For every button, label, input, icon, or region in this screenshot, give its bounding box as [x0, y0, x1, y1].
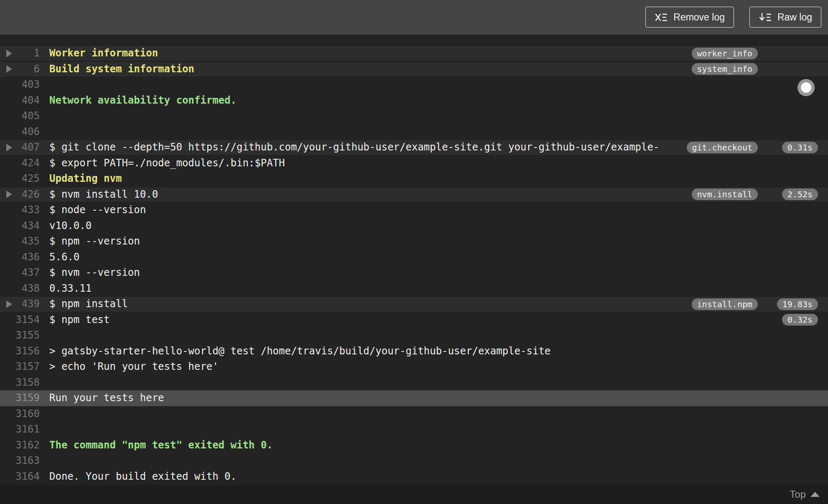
line-number[interactable]: 438	[0, 281, 40, 297]
log-row: 434 v10.0.0	[0, 218, 828, 234]
line-text: $ nvm install 10.0	[49, 187, 158, 203]
remove-log-label: Remove log	[673, 12, 725, 23]
line-text: Build system information	[49, 61, 194, 77]
line-number[interactable]: 3154	[0, 312, 40, 328]
line-number[interactable]: 3161	[0, 422, 40, 438]
log-row: 3156 > gatsby-starter-hello-world@ test …	[0, 344, 828, 359]
raw-log-label: Raw log	[777, 12, 812, 23]
log-row: 3161	[0, 422, 828, 438]
line-number[interactable]: 3159	[0, 390, 40, 406]
line-number[interactable]: 3163	[0, 453, 40, 469]
line-text: $ node --version	[49, 202, 146, 218]
line-number[interactable]: 3160	[0, 406, 40, 422]
log-row: 438 0.33.11	[0, 281, 828, 297]
line-number[interactable]: 3155	[0, 328, 40, 344]
line-text: $ npm test	[49, 312, 110, 328]
line-number[interactable]: 403	[0, 77, 40, 93]
line-number[interactable]: 1	[0, 46, 40, 61]
line-text: 0.33.11	[49, 281, 92, 297]
tag-badge: git.checkout	[687, 142, 758, 153]
log-row: 405	[0, 108, 828, 124]
log-row: 3154 $ npm test 0.32s	[0, 312, 828, 328]
log-row: 439 $ npm install install.npm 19.83s	[0, 296, 828, 312]
line-text: $ export PATH=./node_modules/.bin:$PATH	[49, 155, 285, 171]
chevron-up-icon	[810, 492, 820, 497]
log-footer: Top	[0, 485, 828, 504]
line-text: $ git clone --depth=50 https://github.co…	[49, 140, 659, 155]
line-number[interactable]: 3156	[0, 344, 40, 359]
log-row: 404 Network availability confirmed.	[0, 93, 828, 109]
log-row: 436 5.6.0	[0, 249, 828, 265]
log-row: 437 $ nvm --version	[0, 265, 828, 281]
log-row: 3164 Done. Your build exited with 0.	[0, 469, 828, 485]
log-row: 426 $ nvm install 10.0 nvm.install 2.52s	[0, 187, 828, 203]
log-row: 3159 Run your tests here	[0, 390, 828, 406]
line-text: Network availability confirmed.	[49, 93, 237, 109]
line-number[interactable]: 6	[0, 61, 40, 77]
log-row: 425 Updating nvm	[0, 171, 828, 187]
line-text: The command "npm test" exited with 0.	[49, 438, 273, 453]
tag-badge: worker_info	[692, 48, 758, 59]
line-text: > echo 'Run your tests here'	[49, 359, 219, 375]
duration-badge: 2.52s	[782, 188, 818, 200]
remove-log-button[interactable]: Remove log	[645, 7, 734, 28]
line-number[interactable]: 3162	[0, 438, 40, 453]
line-text: $ npm install	[49, 296, 128, 312]
log-row: 3160	[0, 406, 828, 422]
log-row: 3162 The command "npm test" exited with …	[0, 438, 828, 453]
line-text: v10.0.0	[49, 218, 92, 234]
raw-log-icon	[759, 12, 772, 23]
line-number[interactable]: 436	[0, 249, 40, 265]
log-row: 3157 > echo 'Run your tests here'	[0, 359, 828, 375]
line-text: $ nvm --version	[49, 265, 140, 281]
line-number[interactable]: 437	[0, 265, 40, 281]
tag-badge: nvm.install	[692, 188, 758, 200]
duration-badge: 0.31s	[782, 142, 818, 153]
top-label: Top	[790, 489, 806, 500]
line-number[interactable]: 404	[0, 93, 40, 109]
line-number[interactable]: 405	[0, 108, 40, 124]
log-row: 433 $ node --version	[0, 202, 828, 218]
line-text: > gatsby-starter-hello-world@ test /home…	[49, 344, 550, 359]
log-row: 6 Build system information system_info	[0, 61, 828, 77]
log-row: 1 Worker information worker_info	[0, 46, 828, 61]
line-number[interactable]: 426	[0, 187, 40, 203]
log-row: 3158	[0, 375, 828, 391]
line-text: $ npm --version	[49, 234, 140, 249]
log-row: 435 $ npm --version	[0, 234, 828, 249]
duration-badge: 0.32s	[782, 314, 818, 326]
log-row: 3163	[0, 453, 828, 469]
line-text: Worker information	[49, 46, 158, 61]
line-number[interactable]: 3158	[0, 375, 40, 391]
log-row: 424 $ export PATH=./node_modules/.bin:$P…	[0, 155, 828, 171]
raw-log-button[interactable]: Raw log	[749, 7, 821, 28]
line-number[interactable]: 3157	[0, 359, 40, 375]
line-text: Updating nvm	[49, 171, 122, 187]
log-toolbar: Remove log Raw log	[0, 0, 828, 35]
line-number[interactable]: 407	[0, 140, 40, 155]
log-row: 3155	[0, 328, 828, 344]
log-row: 407 $ git clone --depth=50 https://githu…	[0, 140, 828, 155]
scroll-to-top-link[interactable]: Top	[790, 489, 820, 500]
line-number[interactable]: 3164	[0, 469, 40, 485]
build-log: 1 Worker information worker_info 6 Build…	[0, 35, 828, 484]
log-row: 403	[0, 77, 828, 93]
line-text: Done. Your build exited with 0.	[49, 469, 237, 485]
duration-badge: 19.83s	[777, 298, 818, 310]
line-number[interactable]: 424	[0, 155, 40, 171]
line-number[interactable]: 425	[0, 171, 40, 187]
tag-badge: install.npm	[692, 298, 758, 310]
remove-log-icon	[655, 12, 668, 23]
line-number[interactable]: 435	[0, 234, 40, 249]
line-number[interactable]: 406	[0, 124, 40, 140]
line-number[interactable]: 439	[0, 296, 40, 312]
line-text: 5.6.0	[49, 249, 79, 265]
line-number[interactable]: 434	[0, 218, 40, 234]
line-number[interactable]: 433	[0, 202, 40, 218]
log-row: 406	[0, 124, 828, 140]
tag-badge: system_info	[692, 63, 758, 75]
line-text: Run your tests here	[49, 390, 164, 406]
